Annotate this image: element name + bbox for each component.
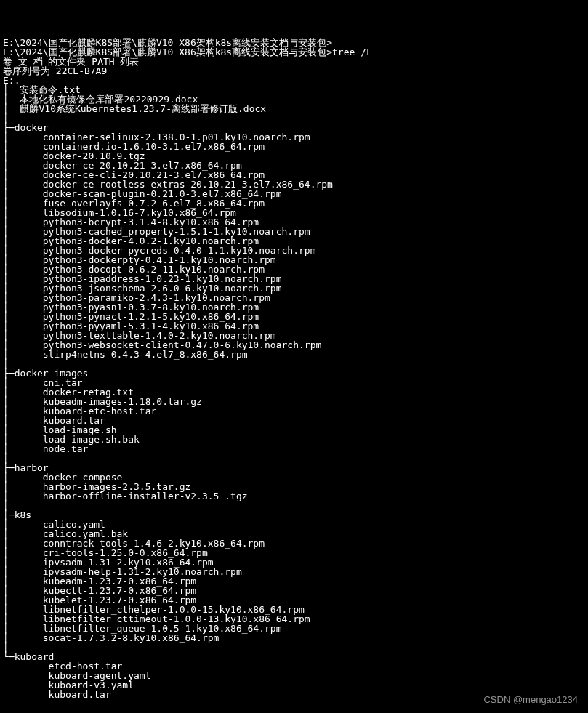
terminal-output: E:\2024\国产化麒麟K8S部署\麒麟V10 X86架构k8s离线安装文档与… [0,38,588,713]
tree-body: │ 安装命令.txt │ 本地化私有镜像仓库部署20220929.docx │ … [3,84,333,700]
watermark: CSDN @mengao1234 [483,695,578,704]
command-text: tree /F [332,47,372,57]
